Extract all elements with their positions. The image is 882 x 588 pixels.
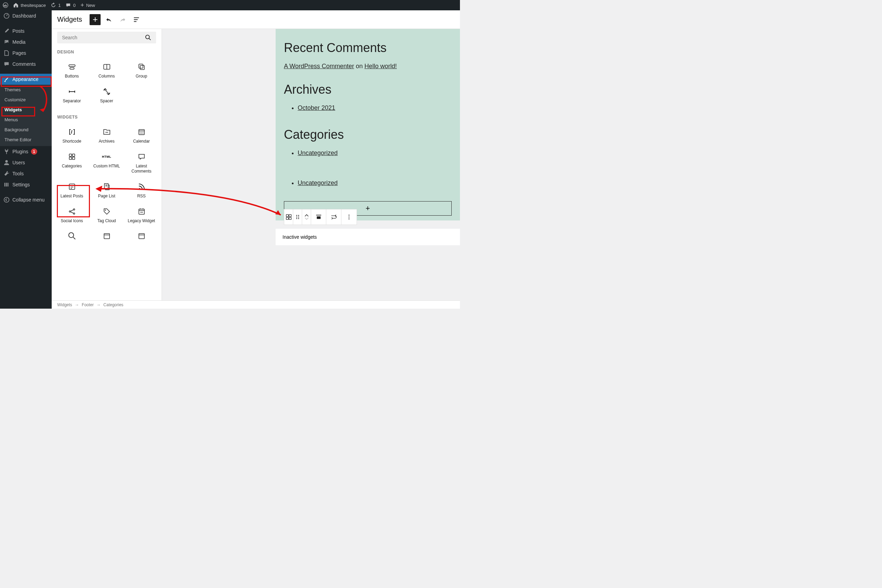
- block-latest-comments[interactable]: Latest Comments: [124, 148, 159, 178]
- breadcrumb-root[interactable]: Widgets: [57, 303, 72, 307]
- block-legacy-widget[interactable]: Legacy Widget: [124, 202, 159, 227]
- sidebar-sub-menus[interactable]: Menus: [0, 115, 52, 125]
- toolbar-more[interactable]: [341, 209, 357, 225]
- svg-point-58: [296, 215, 297, 216]
- svg-rect-52: [139, 234, 144, 239]
- block-calendar[interactable]: Calendar: [124, 123, 159, 148]
- block-group[interactable]: Group: [124, 58, 159, 82]
- sidebar-sub-themes[interactable]: Themes: [0, 85, 52, 95]
- widget-area-footer: Recent Comments A WordPress Commenter on…: [276, 29, 460, 220]
- sidebar-sub-widgets[interactable]: Widgets: [0, 105, 52, 115]
- svg-point-25: [142, 133, 143, 134]
- block-cal3[interactable]: [124, 227, 159, 246]
- recent-comments-heading: Recent Comments: [284, 40, 452, 55]
- svg-rect-13: [140, 66, 144, 70]
- recent-comment-item: A WordPress Commenter on Hello world!: [284, 63, 452, 70]
- svg-point-61: [298, 217, 299, 218]
- sidebar-item-comments[interactable]: Comments: [0, 58, 52, 70]
- category-link-1[interactable]: Uncategorized: [298, 150, 338, 156]
- undo-button[interactable]: [104, 14, 114, 25]
- svg-point-23: [140, 133, 141, 134]
- category-link-2[interactable]: Uncategorized: [298, 180, 338, 186]
- svg-point-21: [141, 132, 142, 133]
- inserter-search[interactable]: [57, 32, 156, 44]
- block-custom-html[interactable]: HTMLCustom HTML: [89, 148, 124, 178]
- sidebar-sub-theme-editor[interactable]: Theme Editor: [0, 135, 52, 145]
- svg-point-59: [298, 215, 299, 216]
- block-archives[interactable]: Archives: [89, 123, 124, 148]
- inactive-widgets-area[interactable]: Inactive widgets: [276, 229, 460, 245]
- archive-link[interactable]: October 2021: [298, 104, 335, 111]
- category-design: DESIGN: [52, 48, 162, 57]
- svg-point-38: [74, 209, 75, 210]
- block-cal2[interactable]: [89, 227, 124, 246]
- svg-line-41: [70, 210, 74, 211]
- admin-bar: thesitespace 1 0 +New: [0, 0, 460, 10]
- svg-point-20: [140, 132, 141, 133]
- sidebar-item-pages[interactable]: Pages: [0, 48, 52, 58]
- sidebar-item-tools[interactable]: Tools: [0, 168, 52, 179]
- block-toolbar: [284, 209, 357, 225]
- svg-point-62: [296, 218, 297, 219]
- site-home[interactable]: thesitespace: [13, 2, 46, 8]
- block-search[interactable]: [54, 227, 89, 246]
- wp-logo[interactable]: [3, 2, 8, 8]
- svg-point-39: [69, 211, 70, 212]
- block-tag-cloud[interactable]: Tag Cloud: [89, 202, 124, 227]
- redo-button[interactable]: [117, 14, 128, 25]
- block-columns[interactable]: Columns: [89, 58, 124, 82]
- svg-rect-28: [69, 157, 72, 159]
- block-rss[interactable]: RSS: [124, 178, 159, 202]
- sidebar-item-posts[interactable]: Posts: [0, 26, 52, 36]
- toolbar-drag-handle[interactable]: [293, 209, 302, 225]
- svg-rect-8: [69, 65, 75, 66]
- block-spacer[interactable]: Spacer: [89, 82, 124, 108]
- block-categories[interactable]: Categories: [54, 148, 89, 178]
- svg-rect-27: [72, 154, 75, 156]
- sidebar-sub-customize[interactable]: Customize: [0, 95, 52, 105]
- post-link[interactable]: Hello world!: [364, 63, 397, 70]
- sidebar-item-users[interactable]: Users: [0, 157, 52, 168]
- categories-heading: Categories: [284, 128, 452, 142]
- sidebar-collapse[interactable]: Collapse menu: [0, 194, 52, 205]
- breadcrumb-block[interactable]: Categories: [104, 303, 123, 307]
- toolbar-block-type[interactable]: [284, 209, 293, 225]
- toolbar-align[interactable]: [311, 209, 326, 225]
- sidebar-sub-background[interactable]: Background: [0, 125, 52, 135]
- sidebar-item-appearance[interactable]: Appearance: [0, 74, 52, 85]
- block-separator[interactable]: Separator: [54, 82, 89, 108]
- list-view-button[interactable]: [131, 14, 142, 25]
- svg-rect-29: [72, 157, 75, 159]
- comments-count[interactable]: 0: [66, 2, 75, 8]
- plugins-badge: 1: [31, 148, 37, 154]
- block-social-icons[interactable]: Social Icons: [54, 202, 89, 227]
- toolbar-mover[interactable]: [302, 209, 311, 225]
- breadcrumb-area[interactable]: Footer: [82, 303, 94, 307]
- sidebar-item-plugins[interactable]: Plugins1: [0, 146, 52, 157]
- block-breadcrumb: Widgets→ Footer→ Categories: [52, 300, 460, 309]
- svg-point-66: [349, 214, 350, 216]
- search-input[interactable]: [62, 35, 145, 40]
- commenter-link[interactable]: A WordPress Commenter: [284, 63, 354, 70]
- block-buttons[interactable]: Buttons: [54, 58, 89, 82]
- svg-point-7: [146, 35, 150, 39]
- appearance-submenu: Themes Customize Widgets Menus Backgroun…: [0, 85, 52, 146]
- block-latest-posts[interactable]: Latest Posts: [54, 178, 89, 202]
- updates[interactable]: 1: [51, 2, 61, 8]
- svg-rect-9: [70, 68, 74, 69]
- sidebar-item-media[interactable]: Media: [0, 36, 52, 48]
- sidebar-item-settings[interactable]: Settings: [0, 179, 52, 190]
- toolbar-transform[interactable]: [326, 209, 341, 225]
- svg-point-24: [141, 133, 142, 134]
- svg-rect-26: [69, 154, 72, 156]
- sidebar-item-dashboard[interactable]: Dashboard: [0, 10, 52, 21]
- svg-point-22: [142, 132, 143, 133]
- block-shortcode[interactable]: Shortcode: [54, 123, 89, 148]
- svg-rect-5: [8, 183, 9, 187]
- svg-point-67: [349, 217, 350, 218]
- new-content[interactable]: +New: [80, 2, 95, 9]
- svg-rect-12: [139, 64, 143, 68]
- add-block-button[interactable]: +: [90, 14, 100, 25]
- svg-rect-55: [289, 214, 291, 217]
- block-page-list[interactable]: Page List: [89, 178, 124, 202]
